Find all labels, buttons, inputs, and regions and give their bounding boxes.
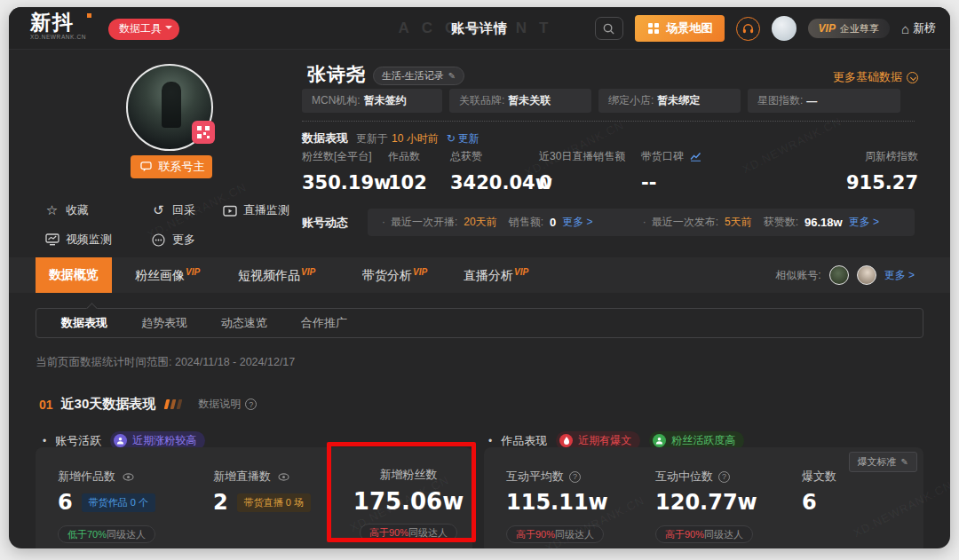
edit-pencil-icon: ✎ <box>448 71 456 81</box>
tab-label: 粉丝画像 <box>135 268 185 284</box>
activity-label: 账号动态 <box>302 215 348 231</box>
stat-works: 作品数 102 <box>388 149 427 193</box>
stat-label: 近30日直播销售额 <box>539 149 625 164</box>
tab-short-video-works[interactable]: 短视频作品 VIP <box>238 257 315 293</box>
dotted-divider <box>302 121 915 122</box>
tab-label: 带货分析 <box>362 268 412 284</box>
app-window: 新抖 XD.NEWRANK.CN 数据工具 ACCOUNT 账号详情 场景地图 <box>9 7 950 548</box>
video-monitor-label: 视频监测 <box>66 232 112 248</box>
last-post-label: 最近一次发布: <box>643 215 718 230</box>
stat-followers: 粉丝数[全平台] 350.19w <box>302 149 391 193</box>
contact-owner-label: 联系号主 <box>159 159 205 175</box>
viral-standard-button[interactable]: 爆文标准 ✎ <box>849 452 917 472</box>
data-explanation-link[interactable]: 数据说明 <box>198 397 257 412</box>
eye-icon[interactable] <box>121 473 136 481</box>
stat-value: 102 <box>388 172 427 193</box>
scene-map-button[interactable]: 场景地图 <box>635 15 725 42</box>
info-value: 暂未签约 <box>364 93 407 108</box>
more-actions-button[interactable]: 更多 <box>151 232 195 248</box>
metric-value: 6 <box>58 490 73 515</box>
chat-bubble-icon <box>139 162 154 172</box>
tab-data-overview[interactable]: 数据概览 <box>36 257 112 293</box>
info-value: 暂未关联 <box>508 93 551 108</box>
live-monitor-button[interactable]: 直播监测 <box>222 202 289 218</box>
home-label: 新榜 <box>913 20 936 36</box>
info-box-mcn: MCN机构: 暂未签约 <box>302 89 442 113</box>
post-more-link[interactable]: 更多 > <box>849 215 879 230</box>
headset-icon <box>741 22 756 35</box>
question-circle-icon[interactable] <box>718 471 730 483</box>
section-title: 近30天数据表现 <box>61 396 156 413</box>
account-active-card: 新增作品数 6 带货作品 0 个 低于70% 同级达人 新增直播数 <box>36 447 472 548</box>
video-monitor-button[interactable]: 视频监测 <box>44 232 112 248</box>
page-title: 账号详情 <box>451 20 508 37</box>
tab-label: 直播分析 <box>464 268 513 284</box>
info-box-shop: 绑定小店: 暂未绑定 <box>598 89 741 113</box>
search-icon <box>601 22 616 35</box>
section-header: 01 近30天数据表现 数据说明 <box>39 396 257 413</box>
metric-value: 175.06w <box>353 488 464 515</box>
user-avatar[interactable] <box>772 16 797 41</box>
live-more-link[interactable]: 更多 > <box>562 215 592 230</box>
likes-label: 获赞数: <box>764 215 798 230</box>
performance-title: 数据表现 <box>302 130 348 146</box>
refresh-label: 更新 <box>458 131 480 146</box>
category-tag[interactable]: 生活-生活记录 ✎ <box>373 67 464 85</box>
subtab-cooperation[interactable]: 合作推广 <box>301 315 347 331</box>
subtab-trend[interactable]: 趋势表现 <box>141 315 187 331</box>
stat-value: 0 <box>539 172 625 193</box>
metric-label: 新增直播数 <box>213 469 271 485</box>
info-value: — <box>806 95 817 107</box>
stat-label: 总获赞 <box>450 149 552 164</box>
chevron-down-icon <box>907 72 918 83</box>
similar-accounts: 相似账号: 更多 > <box>775 257 915 293</box>
search-button[interactable] <box>595 17 623 40</box>
info-box-star-index: 星图指数: — <box>748 89 900 113</box>
tab-live-analysis[interactable]: 直播分析 VIP <box>464 257 528 293</box>
commerce-live-badge: 带货直播 0 场 <box>237 493 311 512</box>
compare-rest: 同级达人 <box>408 526 448 540</box>
eye-icon[interactable] <box>276 473 291 481</box>
date-range-value: 2024/11/18 - 2024/12/17 <box>175 356 295 368</box>
stat-reputation: 带货口碑 -- <box>641 149 703 193</box>
updated-prefix: 更新于 <box>356 131 388 146</box>
stat-label: 粉丝数[全平台] <box>302 149 391 164</box>
subtab-data-performance[interactable]: 数据表现 <box>61 315 107 331</box>
live-monitor-icon <box>222 204 237 217</box>
more-actions-label: 更多 <box>172 232 195 248</box>
question-circle-icon[interactable] <box>569 471 581 483</box>
commerce-works-badge: 带货作品 0 个 <box>82 493 155 512</box>
qr-code-badge[interactable] <box>192 121 215 144</box>
peer-compare-pill: 高于90% 同级达人 <box>360 524 457 541</box>
similar-account-avatar[interactable] <box>857 265 876 285</box>
date-range: 当前页面数据统计时间范围: 2024/11/18 - 2024/12/17 <box>36 355 295 370</box>
stat-value: -- <box>641 172 703 193</box>
metric-label: 互动中位数 <box>655 469 713 485</box>
group-label: 作品表现 <box>501 433 547 449</box>
refresh-link[interactable]: ↻ 更新 <box>447 131 480 146</box>
peer-compare-pill: 低于70% 同级达人 <box>58 525 155 543</box>
section-number: 01 <box>39 398 53 412</box>
tab-commerce-analysis[interactable]: 带货分析 VIP <box>362 257 427 293</box>
star-icon: ☆ <box>44 202 59 218</box>
subtab-dynamics[interactable]: 动态速览 <box>221 315 267 331</box>
favorite-button[interactable]: ☆ 收藏 <box>44 202 89 218</box>
customer-service-button[interactable] <box>736 17 760 41</box>
more-basic-data-link[interactable]: 更多基础数据 <box>833 69 918 85</box>
similar-account-avatar[interactable] <box>829 265 849 285</box>
info-box-brand: 关联品牌: 暂未关联 <box>449 89 591 113</box>
compare-rest: 同级达人 <box>704 528 743 541</box>
main-tab-bar: 数据概览 粉丝画像 VIP 短视频作品 VIP 带货分析 VIP 直播分析 VI… <box>9 257 950 293</box>
last-live-time: 20天前 <box>464 215 496 230</box>
stat-value: 3420.04w <box>450 172 552 193</box>
favorite-label: 收藏 <box>66 202 89 218</box>
metric-label: 新增作品数 <box>58 469 115 485</box>
newrank-home-link[interactable]: ⌂ 新榜 <box>901 20 936 36</box>
chart-icon[interactable] <box>688 152 703 162</box>
badge-label: 近期有爆文 <box>578 433 631 448</box>
recollect-button[interactable]: ↺ 回采 <box>151 202 195 218</box>
similar-more-link[interactable]: 更多 > <box>884 268 915 283</box>
contact-owner-button[interactable]: 联系号主 <box>131 155 212 178</box>
vip-badge[interactable]: VIP 企业尊享 <box>808 19 890 38</box>
tab-fan-portrait[interactable]: 粉丝画像 VIP <box>135 257 200 293</box>
